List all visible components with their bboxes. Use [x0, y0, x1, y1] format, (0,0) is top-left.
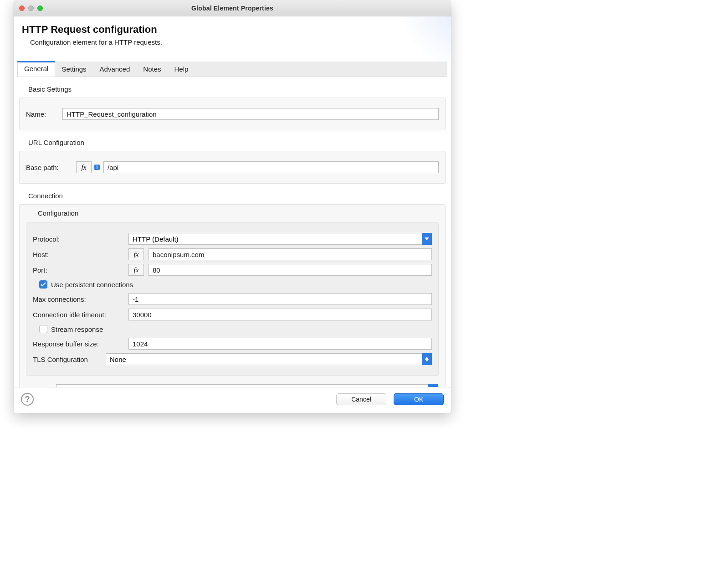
tab-advanced[interactable]: Advanced: [93, 62, 137, 77]
tab-help[interactable]: Help: [168, 62, 195, 77]
group-configuration: Protocol: HTTP (Default) Host: fx Port:: [26, 222, 439, 376]
host-label: Host:: [33, 251, 124, 258]
tab-general[interactable]: General: [17, 61, 55, 77]
tls-label: TLS Configuration: [33, 356, 101, 363]
info-icon[interactable]: i: [94, 165, 100, 170]
updown-icon: [428, 384, 438, 387]
group-connection: Configuration Protocol: HTTP (Default) H…: [19, 204, 446, 387]
host-input[interactable]: [149, 248, 432, 260]
tab-notes[interactable]: Notes: [137, 62, 168, 77]
port-input[interactable]: [149, 264, 432, 276]
section-url-config: URL Configuration: [26, 139, 446, 146]
name-label: Name:: [26, 110, 58, 118]
dialog-title: HTTP Request configuration: [22, 24, 443, 36]
port-label: Port:: [33, 266, 124, 274]
maxconn-input[interactable]: [128, 293, 432, 305]
updown-icon: [422, 353, 432, 365]
dialog-subtitle: Configuration element for a HTTP request…: [30, 38, 443, 46]
protocol-value: HTTP (Default): [133, 235, 179, 243]
stream-label: Stream response: [51, 325, 103, 333]
section-configuration: Configuration: [36, 209, 441, 217]
tab-content-general: Basic Settings Name: URL Configuration B…: [14, 77, 451, 387]
dialog-footer: ? Cancel OK: [14, 387, 451, 413]
footer-buttons: Cancel OK: [336, 393, 444, 405]
protocol-select[interactable]: HTTP (Default): [128, 233, 432, 245]
tls-value: None: [110, 356, 126, 363]
tab-settings[interactable]: Settings: [55, 62, 93, 77]
buffer-input[interactable]: [128, 338, 432, 350]
dialog-header: HTTP Request configuration Configuration…: [14, 16, 451, 52]
group-basic-settings: Name:: [19, 98, 446, 130]
idle-label: Connection idle timeout:: [33, 311, 124, 319]
window-title: Global Element Properties: [14, 5, 451, 12]
name-input[interactable]: [62, 108, 439, 120]
group-url-config: Base path: fx i: [19, 151, 446, 184]
tab-bar: General Settings Advanced Notes Help: [17, 62, 447, 77]
basepath-input[interactable]: [103, 161, 439, 173]
section-basic-settings: Basic Settings: [26, 85, 446, 93]
ok-button[interactable]: OK: [394, 393, 444, 405]
persistent-checkbox[interactable]: [39, 280, 47, 289]
basepath-fx-button[interactable]: fx: [76, 161, 92, 173]
host-fx-button[interactable]: fx: [128, 248, 144, 260]
titlebar: Global Element Properties: [14, 0, 451, 16]
tls-select[interactable]: None: [106, 353, 432, 365]
proxy-value: None: [60, 387, 77, 387]
help-icon[interactable]: ?: [21, 393, 34, 406]
proxy-label: Proxy: [33, 387, 51, 387]
idle-input[interactable]: [128, 309, 432, 320]
basepath-label: Base path:: [26, 164, 72, 171]
protocol-label: Protocol:: [33, 235, 124, 243]
fx-icon: fx: [82, 164, 87, 171]
fx-icon: fx: [134, 266, 139, 274]
buffer-label: Response buffer size:: [33, 340, 124, 348]
proxy-select[interactable]: None: [56, 384, 438, 387]
fx-icon: fx: [134, 251, 139, 258]
persistent-label: Use persistent connections: [51, 281, 133, 289]
dialog-window: Global Element Properties HTTP Request c…: [14, 0, 451, 413]
port-fx-button[interactable]: fx: [128, 264, 144, 276]
maxconn-label: Max connections:: [33, 295, 124, 303]
section-connection: Connection: [26, 192, 446, 200]
stream-checkbox[interactable]: [39, 325, 47, 333]
cancel-button[interactable]: Cancel: [336, 393, 386, 405]
chevron-down-icon: [422, 233, 432, 245]
